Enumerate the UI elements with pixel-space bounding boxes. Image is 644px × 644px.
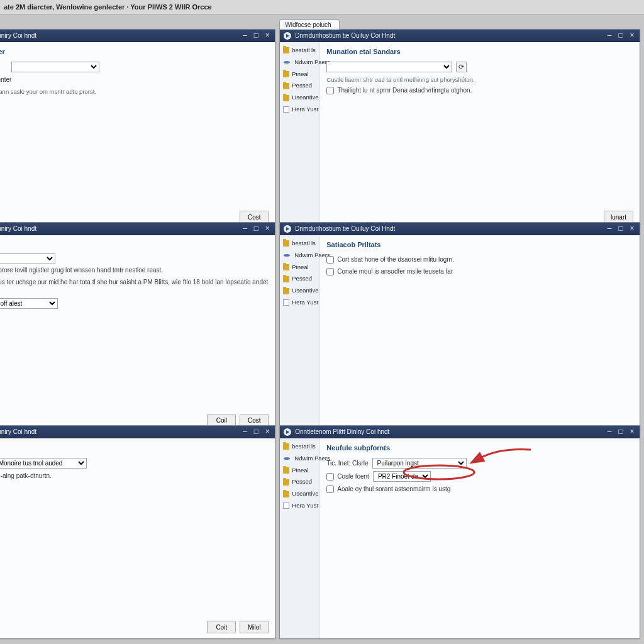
side-item[interactable]: Ndwim Paers (282, 58, 317, 67)
p6-label-1: Tic. Inet: Clsrle (326, 459, 368, 468)
p4-check-1[interactable]: Cort sbat hone of the dsaorsei mlitu log… (326, 255, 633, 264)
p3-check-1[interactable]: Thus dand asprore tovill ngistler grug l… (0, 266, 269, 275)
titlebar-5[interactable]: amitiaen PPWS Ouniry Coi hndt – □ × (0, 426, 275, 438)
p2-hint: Custle liaemr shtr oad ta ontl methinng … (326, 76, 633, 84)
titlebar-3[interactable]: amitiaen PPWS Ouniry Coi hndt – □ × (0, 223, 275, 235)
minimize-button[interactable]: – (604, 31, 614, 40)
section-title: Bedutoan (0, 240, 269, 250)
maximize-button[interactable]: □ (616, 225, 626, 233)
maximize-button[interactable]: □ (251, 225, 261, 233)
sidebar-2: bestatl ls Ndwim Paers Pineal Pessed Use… (280, 42, 320, 228)
close-button[interactable]: × (627, 31, 637, 40)
folder-icon (283, 443, 289, 450)
maximize-button[interactable]: □ (251, 428, 261, 436)
app-titlebar: ate 2M diarcter, Wenlowine genlecter · Y… (0, 0, 644, 15)
p3-continue-button[interactable]: Cost (240, 414, 269, 426)
panel-5: amitiaen PPWS Ouniry Coi hndt – □ × Setd… (0, 425, 275, 639)
minimize-button[interactable]: – (604, 428, 614, 436)
doc-icon (283, 106, 289, 113)
doc-icon (283, 502, 289, 509)
p2-check[interactable]: Thailight lu nt sprnr Dena astad vrtinrg… (326, 86, 633, 95)
content-1: Pocmstr Siqnifer Calsie s Custhnter Tens… (0, 42, 275, 228)
minimize-button[interactable]: – (240, 428, 250, 436)
minimize-button[interactable]: – (240, 225, 250, 233)
p5-next-button[interactable]: Milol (240, 621, 269, 633)
folder-icon (283, 264, 289, 270)
p1-check-1[interactable]: Calsie s Custhnter (0, 75, 269, 84)
tabs-left-1: iatioi Cyl (0, 19, 275, 29)
maximize-button[interactable]: □ (251, 31, 261, 40)
close-button[interactable]: × (627, 225, 637, 233)
titlebar-4[interactable]: Dnmdurihostium tie Ouiluy Coi Hndt – □ × (280, 223, 640, 235)
close-button[interactable]: × (262, 428, 272, 436)
sidebar-6: bestatl ls Ndwim Paers Pineal Pessed Use… (280, 438, 320, 638)
tabs-right-1: Widfocse poiuch (279, 19, 640, 29)
p2-refresh-button[interactable]: ⟳ (456, 62, 467, 72)
p5-radio-1[interactable]: Wable l ai eng-alng patk-dtnurtn. (0, 472, 269, 480)
content-2: Munation etal Sandars ⟳ Custle liaemr sh… (320, 42, 640, 228)
p6-select-2[interactable]: PR2 Finoet daigmir (373, 471, 431, 482)
panel-4: Dnmdurihostium tie Ouiluy Coi Hndt – □ ×… (279, 222, 640, 432)
close-button[interactable]: × (262, 31, 272, 40)
titlebar-1[interactable]: amitiaen PPWS Ouniry Coi hndt – □ × (0, 30, 275, 42)
p3-back-button[interactable]: Coil (207, 414, 236, 426)
p6-check-1[interactable]: Cosle foent (326, 472, 369, 481)
folder-icon (283, 276, 289, 282)
maximize-button[interactable]: □ (616, 428, 626, 436)
sidebar-4: bestatl ls Ndwim Paers Pineal Pessed Use… (280, 235, 320, 431)
folder-icon (283, 491, 289, 497)
close-button[interactable]: × (262, 225, 272, 233)
p5-back-button[interactable]: Coit (207, 621, 236, 633)
side-item[interactable]: Pessed (282, 81, 317, 91)
p6-check-2[interactable]: Aoale oy thul sorant astsenmairm is ustg (326, 485, 633, 494)
play-icon (284, 428, 291, 436)
folder-icon (283, 83, 289, 89)
side-item[interactable]: Hera Yusr (282, 105, 317, 114)
folder-icon (283, 240, 289, 247)
p3-select-2[interactable]: Delgrtt ustainon off alest (0, 298, 58, 309)
content-4: Satiacob Priltats Cort sbat hone of the … (320, 235, 640, 431)
folder-icon (283, 479, 289, 486)
folder-icon (283, 95, 289, 101)
p6-select-1[interactable]: Puilarpon ingst (372, 458, 467, 469)
doc-icon (283, 299, 289, 306)
section-title: Satiacob Priltats (326, 240, 633, 250)
play-icon (284, 225, 291, 233)
app-title: ate 2M diarcter, Wenlowine genlecter · Y… (4, 3, 212, 12)
titlebar-2[interactable]: Dnmdurihostium tie Ouiluy Coi Hndt – □ × (280, 30, 640, 42)
p3-select-1[interactable]: Pdewtsheent (0, 253, 55, 264)
p2-continue-button[interactable]: lunart (604, 211, 633, 223)
folder-icon (283, 71, 289, 77)
bullet-icon (284, 254, 290, 257)
panel-1: amitiaen PPWS Ouniry Coi hndt – □ × Pocm… (0, 29, 275, 229)
play-icon (284, 32, 291, 40)
maximize-button[interactable]: □ (616, 31, 626, 40)
minimize-button[interactable]: – (604, 225, 614, 233)
content-6: Neufule subpfornts Tic. Inet: Clsrle Pui… (320, 438, 640, 638)
section-title: Pocmstr Siqnifer (0, 47, 269, 57)
titlebar-6[interactable]: Onntietenom Plittt Dinlny Coi hndt – □ × (280, 426, 640, 438)
content-5: Setdisgee Vort Hmne la Monoire tus tnol … (0, 438, 275, 638)
titlebar-text: amitiaen PPWS Ouniry Coi hndt (0, 31, 238, 40)
p1-hint: Tenstla WIIWS 2 frann sasle your om msnt… (0, 88, 269, 96)
side-item[interactable]: Pineal (282, 70, 317, 79)
p1-continue-button[interactable]: Cost (240, 211, 269, 223)
folder-icon (283, 467, 289, 474)
content-3: Bedutoan Pdewtsheent Thus dand asprore t… (0, 235, 275, 431)
panel-2: Dnmdurihostium tie Ouiluy Coi Hndt – □ ×… (279, 29, 640, 229)
titlebar-text: Dnmdurihostium tie Ouiluy Coi Hndt (295, 31, 603, 40)
close-button[interactable]: × (627, 428, 637, 436)
bullet-icon (284, 457, 290, 460)
minimize-button[interactable]: – (240, 31, 250, 40)
p2-select[interactable] (326, 62, 452, 72)
p1-select[interactable] (11, 62, 99, 72)
section-title: Setdisgee (0, 443, 269, 453)
section-title: Neufule subpfornts (326, 443, 633, 453)
panel-3: amitiaen PPWS Ouniry Coi hndt – □ × Bedu… (0, 222, 275, 432)
p3-radio-1[interactable]: Custard naul us ter uchsge our mid he ha… (0, 278, 269, 295)
bullet-icon (284, 61, 290, 64)
p5-select-1[interactable]: Hmne la Monoire tus tnol auded (0, 458, 87, 469)
side-item[interactable]: Useantive (282, 93, 317, 103)
tab-file-r1[interactable]: Widfocse poiuch (279, 19, 339, 30)
p4-check-2[interactable]: Conale moul is ansodfer msile teuseta fa… (326, 267, 633, 276)
